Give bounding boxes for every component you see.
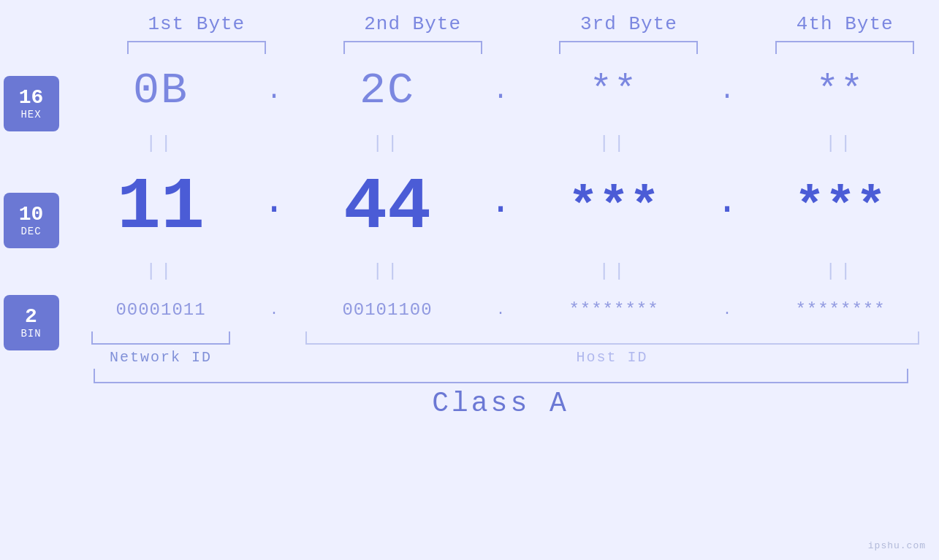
- watermark: ipshu.com: [868, 540, 926, 551]
- byte-label-3: 3rd Byte: [580, 13, 677, 35]
- main-grid: 16 HEX 10 DEC 2 BIN: [0, 54, 939, 419]
- byte-label-2: 2nd Byte: [364, 13, 461, 35]
- hex-dot-1: .: [259, 76, 289, 106]
- outer-section: Class A: [62, 369, 939, 419]
- dec-val-2: 44: [289, 166, 486, 249]
- bin-val-2: 00101100: [289, 300, 486, 320]
- bottom-brackets: Network ID Host ID: [62, 331, 939, 366]
- hex-val-1: 0B: [62, 66, 259, 115]
- bin-dot-1: .: [259, 302, 289, 318]
- hex-dot-3: .: [712, 76, 742, 106]
- hex-dot-2: .: [486, 76, 515, 106]
- hex-row: 0B . 2C . ** . **: [62, 54, 939, 127]
- dec-val-4: ***: [742, 179, 939, 237]
- byte-col-3: 3rd Byte: [535, 13, 723, 54]
- hex-val-4: **: [742, 69, 939, 112]
- sep-1-1: ||: [62, 134, 259, 153]
- sep-2-2: ||: [289, 261, 486, 281]
- byte-col-2: 2nd Byte: [319, 13, 507, 54]
- sep-row-1: || || || ||: [62, 127, 939, 160]
- bracket-top-4: [775, 41, 914, 54]
- dec-dot-1: .: [259, 180, 289, 235]
- byte-col-4: 4th Byte: [750, 13, 939, 54]
- host-id-label: Host ID: [576, 345, 647, 366]
- class-label: Class A: [432, 388, 569, 419]
- dec-dot-3: .: [712, 180, 742, 235]
- bracket-bottom-host: [305, 331, 919, 345]
- dec-badge: 10 DEC: [4, 193, 59, 248]
- network-id-section: Network ID: [62, 331, 259, 366]
- data-area: 0B . 2C . ** . **: [62, 54, 939, 419]
- badges-column: 16 HEX 10 DEC 2 BIN: [0, 54, 62, 419]
- main-container: 1st Byte 2nd Byte 3rd Byte 4th Byte 16 H: [0, 0, 939, 560]
- sep-1-2: ||: [289, 134, 486, 153]
- outer-bracket: [94, 369, 908, 383]
- sep-row-2: || || || ||: [62, 255, 939, 288]
- hex-val-3: **: [515, 69, 712, 112]
- bracket-top-1: [127, 41, 266, 54]
- byte-headers: 1st Byte 2nd Byte 3rd Byte 4th Byte: [102, 13, 939, 54]
- bracket-top-3: [559, 41, 698, 54]
- bin-row: 00001011 . 00101100 . ******** .: [62, 288, 939, 331]
- byte-label-1: 1st Byte: [148, 13, 245, 35]
- sep-2-3: ||: [515, 261, 712, 281]
- bracket-top-2: [343, 41, 482, 54]
- bin-val-4: ********: [742, 300, 939, 320]
- bracket-bottom-net: [91, 331, 230, 345]
- host-id-section: Host ID: [289, 331, 935, 366]
- byte-label-4: 4th Byte: [797, 13, 894, 35]
- sep-2-1: ||: [62, 261, 259, 281]
- dec-dot-2: .: [486, 180, 515, 235]
- bin-val-3: ********: [515, 300, 712, 320]
- hex-val-2: 2C: [289, 66, 486, 115]
- sep-1-3: ||: [515, 134, 712, 153]
- bin-val-1: 00001011: [62, 300, 259, 320]
- dec-val-3: ***: [515, 179, 712, 237]
- sep-1-4: ||: [742, 134, 939, 153]
- hex-badge: 16 HEX: [4, 76, 59, 131]
- bin-badge: 2 BIN: [4, 295, 59, 350]
- dec-row: 11 . 44 . *** . ***: [62, 160, 939, 255]
- sep-2-4: ||: [742, 261, 939, 281]
- bin-dot-2: .: [486, 302, 515, 318]
- dec-val-1: 11: [62, 166, 259, 249]
- byte-col-1: 1st Byte: [102, 13, 291, 54]
- bin-dot-3: .: [712, 302, 742, 318]
- network-id-label: Network ID: [110, 345, 212, 366]
